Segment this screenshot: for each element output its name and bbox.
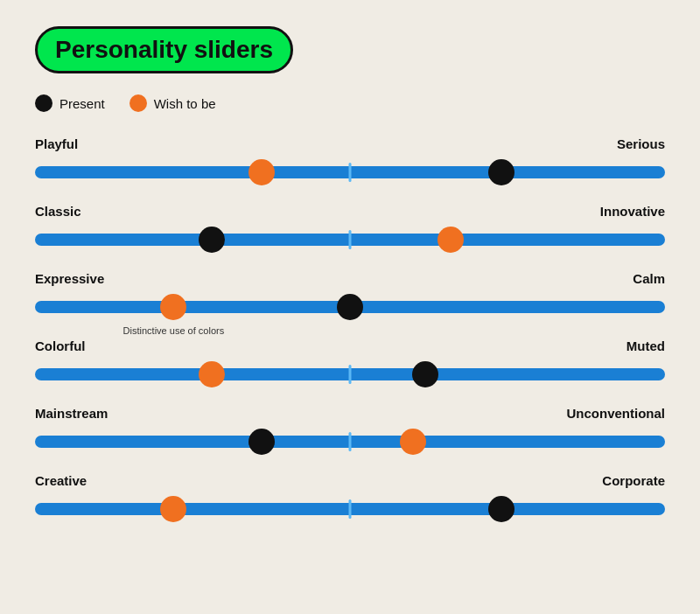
slider-wish-dot-mainstream-unconventional[interactable] — [400, 429, 426, 455]
slider-right-label-expressive-calm: Calm — [633, 271, 665, 286]
slider-center-line-playful-serious — [349, 163, 352, 182]
slider-track-container-colorful-muted[interactable] — [35, 359, 665, 390]
slider-track-container-creative-corporate[interactable] — [35, 493, 665, 525]
slider-center-line-mainstream-unconventional — [349, 432, 352, 451]
slider-left-label-mainstream-unconventional: Mainstream — [35, 406, 108, 421]
slider-left-label-classic-innovative: Classic — [35, 204, 81, 219]
legend-wish: Wish to be — [130, 94, 216, 112]
slider-track-colorful-muted — [35, 368, 665, 380]
legend: Present Wish to be — [35, 94, 665, 112]
slider-present-dot-playful-serious[interactable] — [488, 159, 514, 185]
slider-track-container-expressive-calm[interactable]: Distinctive use of colors — [35, 291, 665, 323]
slider-right-label-mainstream-unconventional: Unconventional — [566, 406, 665, 421]
title-badge: Personality sliders — [35, 26, 293, 73]
slider-right-label-creative-corporate: Corporate — [602, 473, 665, 488]
slider-present-dot-expressive-calm[interactable] — [337, 294, 363, 320]
slider-track-classic-innovative — [35, 234, 665, 246]
sliders-container: PlayfulSeriousClassicInnovativeExpressiv… — [35, 136, 665, 541]
slider-wish-dot-expressive-calm[interactable] — [160, 294, 186, 320]
slider-center-line-colorful-muted — [349, 365, 352, 384]
slider-row-classic-innovative[interactable]: ClassicInnovative — [35, 204, 665, 255]
slider-right-label-colorful-muted: Muted — [626, 338, 665, 353]
slider-row-colorful-muted[interactable]: ColorfulMuted — [35, 338, 665, 390]
slider-right-label-classic-innovative: Innovative — [600, 204, 665, 219]
slider-tooltip-expressive-calm: Distinctive use of colors — [123, 324, 225, 337]
slider-present-dot-creative-corporate[interactable] — [488, 496, 514, 522]
slider-wish-dot-classic-innovative[interactable] — [438, 227, 464, 253]
slider-present-dot-mainstream-unconventional[interactable] — [248, 429, 275, 455]
present-dot-icon — [35, 94, 52, 112]
slider-present-dot-classic-innovative[interactable] — [199, 227, 225, 253]
slider-left-label-colorful-muted: Colorful — [35, 338, 86, 353]
slider-center-line-classic-innovative — [349, 230, 352, 249]
slider-row-mainstream-unconventional[interactable]: MainstreamUnconventional — [35, 406, 665, 457]
slider-row-expressive-calm[interactable]: ExpressiveCalmDistinctive use of colors — [35, 271, 665, 323]
slider-wish-dot-colorful-muted[interactable] — [199, 361, 225, 387]
slider-left-label-playful-serious: Playful — [35, 136, 78, 151]
slider-row-playful-serious[interactable]: PlayfulSerious — [35, 136, 665, 188]
slider-row-creative-corporate[interactable]: CreativeCorporate — [35, 473, 665, 525]
slider-wish-dot-creative-corporate[interactable] — [160, 496, 186, 522]
slider-left-label-creative-corporate: Creative — [35, 473, 87, 488]
slider-left-label-expressive-calm: Expressive — [35, 271, 104, 286]
slider-track-container-mainstream-unconventional[interactable] — [35, 426, 665, 457]
slider-center-line-creative-corporate — [349, 499, 352, 519]
slider-wish-dot-playful-serious[interactable] — [248, 159, 275, 185]
slider-present-dot-colorful-muted[interactable] — [412, 361, 438, 387]
slider-right-label-playful-serious: Serious — [617, 136, 665, 151]
slider-track-expressive-calm — [35, 301, 665, 313]
slider-track-mainstream-unconventional — [35, 436, 665, 448]
slider-track-container-playful-serious[interactable] — [35, 157, 665, 188]
wish-dot-icon — [130, 94, 147, 112]
slider-track-container-classic-innovative[interactable] — [35, 224, 665, 255]
slider-track-creative-corporate — [35, 503, 665, 515]
wish-label: Wish to be — [154, 96, 216, 111]
slider-track-playful-serious — [35, 166, 665, 178]
legend-present: Present — [35, 94, 105, 112]
present-label: Present — [60, 96, 105, 111]
